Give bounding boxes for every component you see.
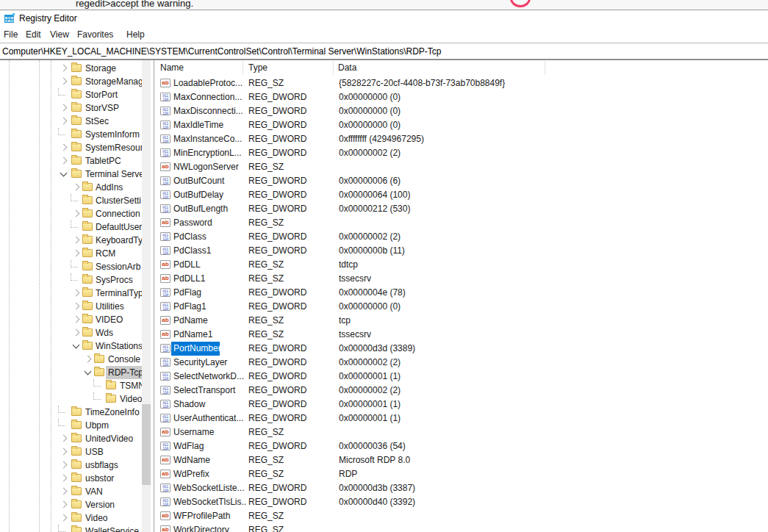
tree-item-label[interactable]: Storage [83,62,118,75]
menu-item-view[interactable]: View [49,27,71,43]
address-input[interactable] [0,43,768,59]
chevron-right-icon[interactable] [60,144,68,151]
value-name[interactable]: PdFlag [171,286,204,300]
registry-value-row-websockettlslis[interactable]: 011110WebSocketTlsLis...REG_DWORD0x00000… [157,495,768,509]
column-separator[interactable] [333,61,334,75]
column-header-type[interactable]: Type [248,60,268,76]
tree-item-console[interactable]: Console [0,353,142,366]
chevron-right-icon[interactable] [60,461,68,469]
tree-item-label[interactable]: TerminalTyp [93,287,142,300]
tree-item-label[interactable]: UnitedVideo [83,432,135,445]
chevron-right-icon[interactable] [60,157,68,165]
value-name[interactable]: WebSocketTlsLis... [171,495,247,509]
value-name[interactable]: Password [171,216,215,230]
value-name[interactable]: OutBufDelay [171,188,226,202]
registry-value-row-pdclass[interactable]: 011110PdClassREG_DWORD0x00000002 (2) [157,230,768,244]
value-name[interactable]: Shadow [171,398,207,411]
value-name[interactable]: PdClass [171,230,209,244]
chevron-right-icon[interactable] [73,316,80,323]
registry-value-row-outbuflength[interactable]: 011110OutBufLengthREG_DWORD0x00000212 (5… [157,202,768,216]
chevron-right-icon[interactable] [60,514,68,522]
tree-item-video[interactable]: Video [0,511,142,525]
value-name[interactable]: PdDLL1 [171,272,207,286]
value-name[interactable]: WorkDirectory [171,523,232,532]
tree-item-storport[interactable]: StorPort [0,88,142,101]
tree-item-label[interactable]: Terminal Serve [83,168,142,181]
value-name[interactable]: PdClass1 [171,244,213,258]
tree-item-label[interactable]: SysProcs [93,273,135,287]
value-name[interactable]: UserAuthenticat... [171,411,245,425]
registry-value-row-pddll[interactable]: abPdDLLREG_SZtdtcp [157,258,768,272]
chevron-right-icon[interactable] [60,65,68,72]
tree-item-label[interactable]: KeyboardTy [93,234,142,247]
chevron-down-icon[interactable] [85,368,92,375]
chevron-down-icon[interactable] [73,342,80,349]
tree-item-video[interactable]: VIDEO [0,313,142,326]
tree-item-utilities[interactable]: Utilities [0,300,142,313]
column-separator[interactable] [243,61,243,75]
registry-value-row-nwlogonserver[interactable]: abNWLogonServerREG_SZ [157,160,768,174]
chevron-right-icon[interactable] [60,118,68,125]
tree-item-terminal-serve[interactable]: Terminal Serve [0,168,142,181]
menu-item-edit[interactable]: Edit [24,27,43,43]
chevron-right-icon[interactable] [73,290,80,297]
value-name[interactable]: PdName1 [171,328,215,342]
tree-item-storvsp[interactable]: StorVSP [0,101,142,115]
tree-item-wds[interactable]: Wds [0,326,142,339]
tree-item-label[interactable]: SessionArb [93,260,142,273]
tree-item-label[interactable]: Version [83,498,117,511]
values-panel[interactable]: NameTypeData abLoadableProtoc...REG_SZ{5… [157,60,768,532]
chevron-right-icon[interactable] [60,475,68,482]
scrollbar-thumb[interactable] [142,404,151,485]
column-header-name[interactable]: Name [160,60,184,76]
tree-item-label[interactable]: Video [83,511,110,525]
registry-value-row-minencryptionl[interactable]: 011110MinEncryptionL...REG_DWORD0x000000… [157,146,768,160]
tree-item-label[interactable]: VIDEO [93,313,125,326]
tree-item-label[interactable]: WinStations [93,339,142,353]
registry-value-row-pdname1[interactable]: abPdName1REG_SZtssecsrv [157,328,768,342]
registry-value-row-maxinstanceco[interactable]: 011110MaxInstanceCo...REG_DWORD0xfffffff… [157,132,768,146]
value-name[interactable]: MaxConnection... [171,90,244,104]
tree-item-ubpm[interactable]: Ubpm [0,419,142,432]
registry-value-row-outbufdelay[interactable]: 011110OutBufDelayREG_DWORD0x00000064 (10… [157,188,768,202]
menu-item-favorites[interactable]: Favorites [76,27,115,43]
column-separator[interactable] [545,61,545,75]
registry-value-row-maxdisconnecti[interactable]: 011110MaxDisconnecti...REG_DWORD0x000000… [157,104,768,118]
tree-item-usbflags[interactable]: usbflags [0,459,142,472]
registry-value-row-pdflag[interactable]: 011110PdFlagREG_DWORD0x0000004e (78) [157,286,768,300]
value-name[interactable]: WdPrefix [171,467,212,481]
value-name[interactable]: MinEncryptionL... [171,146,244,160]
tree-item-label[interactable]: StorVSP [83,101,121,115]
tree-item-terminaltyp[interactable]: TerminalTyp [0,287,142,300]
chevron-right-icon[interactable] [60,448,68,456]
tree-item-label[interactable]: Utilities [93,300,126,313]
value-name[interactable]: SelectTransport [171,384,237,398]
chevron-right-icon[interactable] [60,488,68,495]
registry-value-row-portnumber[interactable]: 011110PortNumberREG_DWORD0x00000d3d (338… [157,342,768,356]
chevron-right-icon[interactable] [60,501,68,508]
registry-value-row-pddll1[interactable]: abPdDLL1REG_SZtssecsrv [157,272,768,286]
tree-item-label[interactable]: StorageManag [83,75,142,88]
tree-item-label[interactable]: TimeZoneInfo [83,406,142,419]
tree-item-timezoneinfo[interactable]: TimeZoneInfo [0,406,142,419]
tree-item-rcm[interactable]: RCM [0,247,142,260]
chevron-right-icon[interactable] [60,78,68,85]
value-name[interactable]: PdDLL [171,258,203,272]
registry-value-row-shadow[interactable]: 011110ShadowREG_DWORD0x00000001 (1) [157,398,768,411]
value-name[interactable]: PdFlag1 [171,300,209,314]
tree-item-label[interactable]: ClusterSetti [93,194,142,207]
column-header-data[interactable]: Data [338,60,356,76]
scroll-up-icon[interactable] [142,64,151,71]
registry-value-row-websocketliste[interactable]: 011110WebSocketListe...REG_DWORD0x00000d… [157,481,768,495]
tree-item-storagemanag[interactable]: StorageManag [0,75,142,88]
registry-value-row-wdprefix[interactable]: abWdPrefixREG_SZRDP [157,467,768,481]
registry-value-row-pdname[interactable]: abPdNameREG_SZtcp [157,314,768,328]
value-name[interactable]: NWLogonServer [171,160,241,174]
tree-item-label[interactable]: SystemResour [83,141,142,154]
chevron-right-icon[interactable] [73,303,80,310]
value-name[interactable]: OutBufCount [171,174,226,188]
registry-value-row-outbufcount[interactable]: 011110OutBufCountREG_DWORD0x00000006 (6) [157,174,768,188]
tree-item-unitedvideo[interactable]: UnitedVideo [0,432,142,445]
registry-value-row-loadableprotoc[interactable]: abLoadableProtoc...REG_SZ{5828227c-20cf-… [157,76,768,90]
value-name[interactable]: MaxIdleTime [171,118,226,132]
